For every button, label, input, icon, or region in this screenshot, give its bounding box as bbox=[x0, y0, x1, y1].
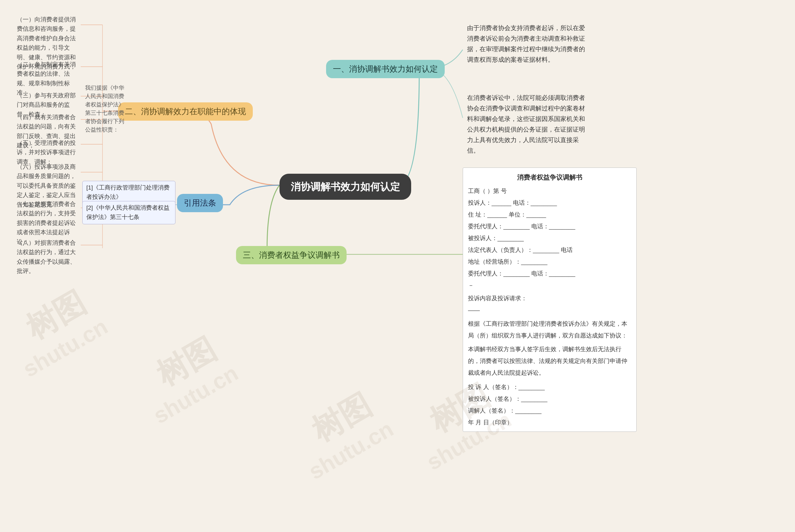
watermark-5: 树图 bbox=[304, 384, 379, 452]
center-node: 消协调解书效力如何认定 bbox=[279, 174, 411, 200]
card-line-7: 法定代表人（负责人）：________ 电话 bbox=[468, 244, 631, 256]
watermark-2: shutu.cn bbox=[19, 313, 112, 382]
card-line-2: 工商（ ）第 号 bbox=[468, 185, 631, 197]
card-line-1: 消费者权益争议调解书 bbox=[468, 171, 631, 184]
right-middle-text: 在消费者诉讼中，法院可能必须调取消费者协会在消费争议调查和调解过程中的案卷材料和… bbox=[463, 90, 593, 158]
watermark-3: 树图 bbox=[149, 328, 224, 396]
card-line-8: 地址（经营场所）：________ bbox=[468, 256, 631, 268]
card-line-6: 被投诉人：________ bbox=[468, 232, 631, 244]
card-line-3: 投诉人：______ 电话：________ bbox=[468, 197, 631, 209]
connections-svg bbox=[0, 0, 795, 532]
card-line-12: —— bbox=[468, 304, 631, 316]
watermark-1: 树图 bbox=[19, 282, 93, 349]
branch-node-3: 三、消费者权益争议调解书 bbox=[236, 246, 347, 264]
right-card: 消费者权益争议调解书 工商（ ）第 号 投诉人：______ 电话：______… bbox=[463, 168, 637, 432]
card-line-16: 被投诉人（签名）：________ bbox=[468, 393, 631, 405]
card-line-11: 投诉内容及投诉请求： bbox=[468, 292, 631, 304]
right-top-text: 由于消费者协会支持消费者起诉，所以在爱消费者诉讼前会为消费者主动调查和补救证据，… bbox=[463, 20, 593, 67]
left-item-8: （八）对损害消费者合法权益的行为，通过大众传播媒介予以揭露、批评。 bbox=[13, 236, 84, 279]
left-branch-label: 我们援据《中华人民共和国消费者权益保护法》第三十七条消费者协会履行下列公益性职责… bbox=[81, 81, 130, 136]
watermark-6: shutu.cn bbox=[304, 416, 398, 484]
card-line-18: 年 月 日（印章） bbox=[468, 417, 631, 429]
card-line-14: 本调解书经双方当事人签字后生效，调解书生效后无法执行的，消费者可以按照法律、法规… bbox=[468, 343, 631, 379]
card-line-5: 委托代理人：________ 电话：________ bbox=[468, 221, 631, 232]
card-line-10: － bbox=[468, 280, 631, 291]
branch-node-1: 二、消协调解效力在职能中的体现 bbox=[118, 102, 253, 121]
card-line-4: 住 址：______ 单位：______ bbox=[468, 209, 631, 221]
card-line-9: 委托代理人：________ 电话：________ bbox=[468, 268, 631, 280]
watermark-4: shutu.cn bbox=[149, 360, 242, 429]
card-line-15: 投 诉 人（签名）：________ bbox=[468, 381, 631, 393]
card-line-17: 调解人（签名）：________ bbox=[468, 405, 631, 417]
branch-node-2: 引用法条 bbox=[177, 194, 223, 212]
branch-node-4: 一、消协调解书效力如何认定 bbox=[326, 60, 445, 78]
law-item-2: [2]《中华人民共和国消费者权益保护法》第三十七条 bbox=[82, 201, 176, 224]
mind-map-canvas: 消协调解书效力如何认定 二、消协调解效力在职能中的体现 引用法条 三、消费者权益… bbox=[0, 0, 795, 532]
law-item-1: [1]《工商行政管理部门处理消费者投诉办法》 bbox=[82, 181, 176, 204]
card-line-13: 根据《工商行政管理部门处理消费者投诉办法》有关规定，本局（所）组织双方当事人进行… bbox=[468, 318, 631, 342]
